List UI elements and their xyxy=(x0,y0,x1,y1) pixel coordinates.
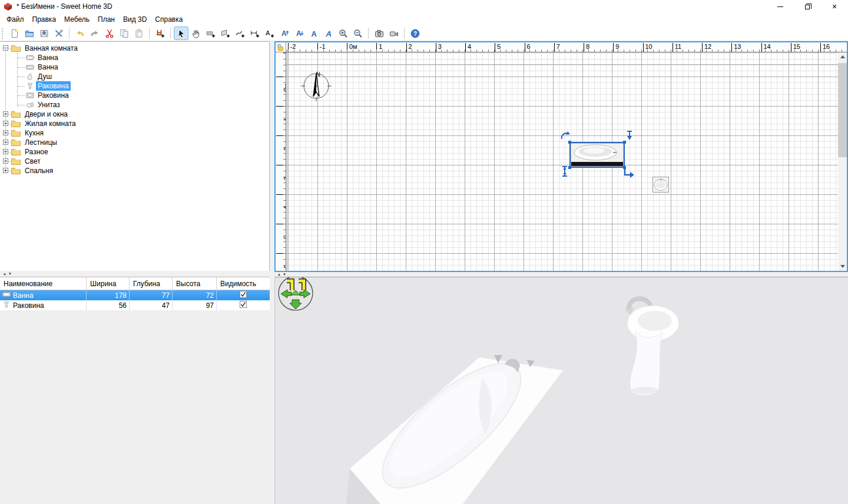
pan-button[interactable] xyxy=(188,26,203,40)
restore-button[interactable] xyxy=(794,0,821,13)
copy-button[interactable] xyxy=(117,26,131,40)
name-cell[interactable]: Раковина xyxy=(0,300,87,310)
resize-indicator-icon[interactable] xyxy=(624,167,635,178)
h-ruler-label: -2 xyxy=(288,43,296,52)
increase-text-size-button[interactable]: A xyxy=(277,26,292,40)
catalog-category-5[interactable]: +Разное xyxy=(0,147,269,157)
catalog-table-splitter[interactable]: ▲▼ xyxy=(0,271,270,277)
paste-button[interactable] xyxy=(131,26,146,40)
depth-cell[interactable]: 77 xyxy=(130,290,173,300)
add-text-button[interactable]: A xyxy=(262,26,277,40)
column-header-2[interactable]: Глубина xyxy=(130,277,173,290)
splitter-down-icon[interactable]: ▼ xyxy=(283,273,286,276)
catalog-item-bathtub2[interactable]: Ванна xyxy=(0,62,269,72)
increase-text-size-icon: A xyxy=(280,29,289,38)
plan-view-panel[interactable]: -2-10м12345678910111213141516 0м123456 N xyxy=(274,41,848,272)
cut-button[interactable] xyxy=(102,26,117,40)
column-header-1[interactable]: Ширина xyxy=(87,277,130,290)
open-file-button[interactable] xyxy=(22,26,37,40)
height-indicator-icon[interactable] xyxy=(561,165,568,177)
catalog-category-3[interactable]: +Кухня xyxy=(0,128,269,138)
menu-item-2[interactable]: Мебель xyxy=(60,14,94,25)
table-row[interactable]: Ванна1787772 xyxy=(0,290,270,300)
splitter-up-icon[interactable]: ▲ xyxy=(277,273,281,276)
height-cell[interactable]: 72 xyxy=(173,290,217,300)
menu-item-4[interactable]: Вид 3D xyxy=(119,14,151,25)
plan-lock-corner[interactable] xyxy=(276,42,286,52)
visibility-cell[interactable] xyxy=(217,300,270,310)
splitter-down-icon[interactable]: ▼ xyxy=(8,272,12,276)
expand-toggle-icon[interactable]: + xyxy=(3,168,8,173)
plan-3d-splitter[interactable]: ▲▼ xyxy=(274,272,848,277)
compass[interactable]: N xyxy=(301,71,332,101)
create-polylines-button[interactable] xyxy=(233,26,247,40)
help-button[interactable]: ? xyxy=(408,26,422,40)
scroll-down-button[interactable] xyxy=(838,262,847,271)
catalog-category-0[interactable]: –Ванная комната xyxy=(0,44,269,53)
catalog-item-label: Раковина xyxy=(36,81,71,91)
depth-cell[interactable]: 47 xyxy=(130,300,173,310)
redo-button[interactable] xyxy=(87,26,102,40)
catalog-category-1[interactable]: +Двери и окна xyxy=(0,110,269,119)
create-video-button[interactable] xyxy=(386,26,401,40)
checked-checkbox-icon[interactable] xyxy=(240,291,247,300)
plan-item-bathtub[interactable] xyxy=(569,142,625,168)
column-header-4[interactable]: Видимость xyxy=(217,277,270,290)
h-ruler-label: 16 xyxy=(820,43,830,52)
height-cell[interactable]: 97 xyxy=(173,300,217,310)
zoom-in-button[interactable] xyxy=(336,26,350,40)
scroll-up-button[interactable] xyxy=(838,52,847,61)
selection-handle[interactable] xyxy=(623,141,626,144)
catalog-item-bathtub[interactable]: Ванна xyxy=(0,53,269,62)
vertical-splitter[interactable] xyxy=(270,41,274,504)
italic-text-button[interactable]: A xyxy=(321,26,336,40)
name-cell[interactable]: Ванна xyxy=(0,290,87,300)
add-furniture-button[interactable] xyxy=(153,26,167,40)
minimize-button[interactable] xyxy=(767,0,794,13)
select-button[interactable] xyxy=(174,26,188,40)
create-walls-button[interactable] xyxy=(203,26,218,40)
menu-item-3[interactable]: План xyxy=(94,14,119,25)
menu-item-1[interactable]: Правка xyxy=(28,14,61,25)
splitter-up-icon[interactable]: ▲ xyxy=(3,272,6,276)
column-header-0[interactable]: Наименование xyxy=(0,277,87,290)
navigation-compass-3d[interactable] xyxy=(276,277,315,315)
catalog-item-sink-box[interactable]: Раковина xyxy=(0,91,269,100)
create-photo-button[interactable] xyxy=(372,26,386,40)
visibility-cell[interactable] xyxy=(217,290,270,300)
catalog-category-2[interactable]: +Жилая комната xyxy=(0,119,269,128)
plan-item-sink[interactable] xyxy=(652,177,669,193)
catalog-category-6[interactable]: +Свет xyxy=(0,157,269,166)
column-header-3[interactable]: Высота xyxy=(173,277,217,290)
checked-checkbox-icon[interactable] xyxy=(240,301,247,310)
selection-handle[interactable] xyxy=(568,166,571,169)
create-dimensions-button[interactable] xyxy=(247,26,262,40)
elevation-indicator-icon[interactable] xyxy=(626,130,633,141)
rotate-indicator-icon[interactable] xyxy=(560,131,570,141)
save-file-button[interactable] xyxy=(37,26,51,40)
preferences-button[interactable] xyxy=(51,26,66,40)
catalog-item-shower[interactable]: Душ xyxy=(0,72,269,81)
plan-canvas[interactable]: N xyxy=(286,52,847,271)
scrollbar-thumb[interactable] xyxy=(838,63,847,157)
menu-item-5[interactable]: Справка xyxy=(151,14,187,25)
view-3d-panel[interactable] xyxy=(274,277,848,504)
furniture-catalog-tree[interactable]: –Ванная комнатаВаннаВаннаДушРаковинаРако… xyxy=(0,41,270,271)
zoom-out-button[interactable] xyxy=(350,26,365,40)
width-cell[interactable]: 56 xyxy=(87,300,130,310)
table-row[interactable]: Раковина564797 xyxy=(0,300,270,310)
catalog-category-4[interactable]: +Лестницы xyxy=(0,138,269,147)
plan-vertical-scrollbar[interactable] xyxy=(838,52,847,271)
catalog-item-sink[interactable]: Раковина xyxy=(0,81,269,91)
catalog-item-toilet[interactable]: Унитаз xyxy=(0,100,269,110)
bold-text-button[interactable]: A xyxy=(306,26,321,40)
close-button[interactable]: × xyxy=(821,0,848,13)
width-cell[interactable]: 178 xyxy=(87,290,130,300)
decrease-text-size-button[interactable]: A xyxy=(292,26,306,40)
undo-button[interactable] xyxy=(72,26,87,40)
catalog-category-7[interactable]: +Спальня xyxy=(0,166,269,175)
create-rooms-button[interactable] xyxy=(218,26,233,40)
menu-item-0[interactable]: Файл xyxy=(2,14,28,25)
toolbar-drag-handle[interactable] xyxy=(2,28,5,39)
new-document-button[interactable] xyxy=(7,26,22,40)
